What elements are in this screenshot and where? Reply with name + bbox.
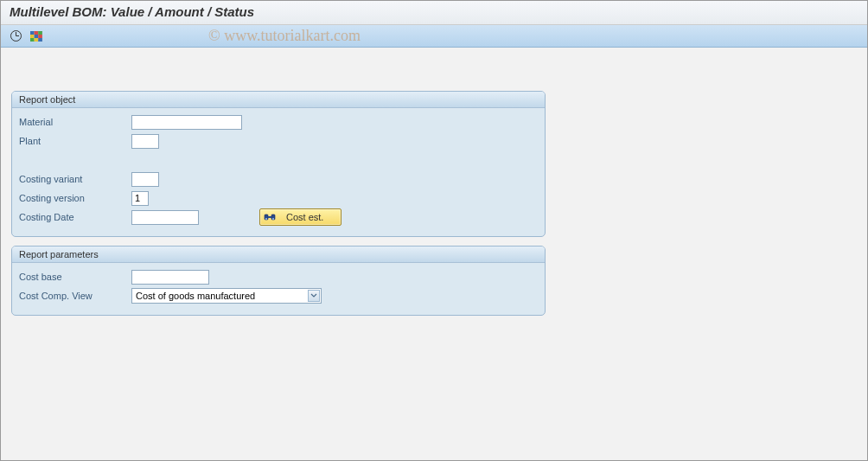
content-area: Report object Material Plant Costing var… [1,48,867,461]
svg-rect-11 [35,38,39,42]
cost-base-input[interactable] [131,270,209,285]
cost-comp-view-select[interactable] [131,288,322,304]
report-object-panel: Report object Material Plant Costing var… [11,91,546,237]
costing-version-input[interactable] [131,191,149,206]
costing-date-label: Costing Date [19,212,131,222]
material-input[interactable] [131,115,242,130]
panel-header: Report parameters [12,247,545,263]
material-label: Material [19,117,131,127]
execute-icon[interactable] [8,29,23,44]
panel-header: Report object [12,92,545,108]
costing-version-label: Costing version [19,193,131,203]
report-parameters-panel: Report parameters Cost base Cost Comp. V… [11,246,546,316]
svg-point-16 [265,218,267,220]
svg-rect-7 [30,35,35,38]
svg-rect-6 [38,31,42,35]
svg-rect-10 [30,38,35,42]
binoculars-icon [262,212,278,222]
cost-comp-view-label: Cost Comp. View [19,291,131,301]
svg-rect-8 [35,35,39,38]
costing-date-input[interactable] [131,210,199,225]
title-bar: Multilevel BOM: Value / Amount / Status [1,1,867,25]
svg-rect-5 [35,31,39,35]
costing-variant-input[interactable] [131,172,159,187]
svg-rect-4 [30,31,35,35]
plant-input[interactable] [131,134,159,149]
svg-point-17 [272,218,274,220]
toolbar [1,25,867,48]
cost-base-label: Cost base [19,272,131,282]
page-title: Multilevel BOM: Value / Amount / Status [10,4,858,19]
svg-rect-9 [38,35,42,38]
costing-variant-label: Costing variant [19,174,131,184]
svg-rect-12 [38,38,42,42]
svg-rect-15 [268,216,271,218]
plant-label: Plant [19,136,131,146]
grid-icon[interactable] [29,29,44,44]
cost-estimate-label: Cost est. [278,212,339,222]
cost-estimate-button[interactable]: Cost est. [259,208,341,226]
